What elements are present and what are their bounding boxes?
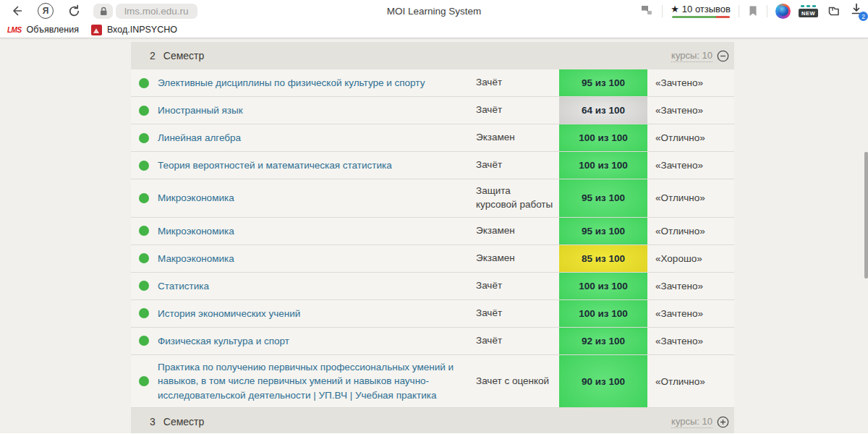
status-dot-cell (131, 328, 158, 354)
bookmark-icon (747, 5, 759, 17)
score-cell: 95 из 100 (559, 69, 647, 96)
protect-panel-button[interactable] (639, 4, 654, 17)
control-type: Зачёт (476, 76, 502, 90)
course-name-cell: Практика по получению первичных професси… (158, 355, 476, 408)
control-type: Экзамен (476, 224, 515, 238)
control-type-cell: Экзамен (476, 245, 559, 272)
bookmarks-bar: LMS Объявления Вход.INPSYCHO (0, 22, 868, 38)
course-name-cell: Линейная алгебра (158, 124, 476, 151)
status-dot-cell (131, 300, 158, 327)
control-type: Зачёт (476, 279, 502, 293)
control-type: Экзамен (476, 131, 515, 145)
collapse-minus-icon[interactable] (717, 50, 729, 62)
grade-value: «Отлично» (655, 226, 705, 237)
tab-groups-button[interactable] (826, 4, 841, 18)
refresh-button[interactable] (65, 4, 82, 18)
table-row: Элективные дисциплины по физической куль… (131, 69, 734, 97)
course-link[interactable]: История экономических учений (158, 307, 300, 321)
grade-cell: «Зачтено» (647, 300, 734, 327)
completed-dot-icon (139, 193, 149, 203)
course-link[interactable]: Иностранный язык (158, 103, 243, 118)
refresh-icon (67, 4, 81, 18)
site-reviews-button[interactable]: ★ 10 отзывов (671, 4, 731, 18)
control-type: Защита курсовой работы (476, 184, 553, 212)
course-link[interactable]: Микроэкономика (158, 224, 234, 239)
score-cell: 95 из 100 (559, 218, 647, 244)
semester-2-header: 2 Семестр курсы: 10 (131, 42, 734, 69)
browser-extension-button[interactable] (775, 4, 791, 19)
course-link[interactable]: Теория вероятностей и математическая ста… (158, 158, 392, 173)
grade-value: «Зачтено» (655, 77, 703, 88)
page-content: 2 Семестр курсы: 10 Элективные дисциплин… (0, 38, 868, 433)
status-dot-cell (131, 179, 158, 217)
downloads-button[interactable]: 2 (849, 2, 865, 20)
score-value: 95 из 100 (582, 192, 625, 203)
scrollbar-thumb[interactable] (864, 152, 868, 278)
grade-cell: «Зачтено» (647, 152, 734, 179)
completed-dot-icon (139, 336, 149, 346)
courses-count-link[interactable]: курсы: 10 (671, 50, 712, 62)
course-link[interactable]: Практика по получению первичных професси… (158, 360, 466, 403)
back-button[interactable] (7, 4, 25, 18)
bookmark-button[interactable] (747, 5, 759, 17)
table-row: История экономических учений Зачёт 100 и… (131, 300, 734, 328)
toolbar-divider (662, 5, 663, 17)
course-name-cell: Макроэкономика (158, 245, 476, 272)
completed-dot-icon (139, 281, 149, 291)
inpsycho-favicon (91, 25, 102, 35)
score-value: 95 из 100 (582, 226, 625, 237)
site-security-badge[interactable] (93, 4, 113, 19)
address-bar[interactable]: lms.moi.edu.ru (116, 4, 197, 19)
table-row: Физическая культура и спорт Зачёт 92 из … (131, 328, 734, 355)
grade-cell: «Отлично» (647, 179, 734, 217)
course-name-cell: Микроэкономика (158, 179, 476, 217)
course-name-cell: Физическая культура и спорт (158, 328, 476, 354)
completed-dot-icon (139, 106, 149, 116)
control-type-cell: Зачёт (476, 300, 559, 327)
course-name-cell: Статистика (158, 273, 476, 299)
score-value: 92 из 100 (582, 336, 625, 346)
course-link[interactable]: Физическая культура и спорт (158, 334, 289, 349)
control-type: Зачёт (476, 103, 502, 117)
grade-cell: «Зачтено» (647, 273, 734, 299)
status-dot-cell (131, 97, 158, 124)
grade-value: «Зачтено» (655, 336, 703, 346)
status-dot-cell (131, 218, 158, 244)
status-dot-cell (131, 245, 158, 272)
table-row: Макроэкономика Экзамен 85 из 100 «Хорошо… (131, 245, 734, 273)
course-name-cell: История экономических учений (158, 300, 476, 327)
back-arrow-icon (9, 4, 23, 18)
rating-bar (672, 16, 730, 18)
star-icon: ★ (671, 4, 679, 14)
course-link[interactable]: Макроэкономика (158, 252, 234, 266)
course-link[interactable]: Элективные дисциплины по физической куль… (158, 76, 425, 90)
control-type: Зачет с оценкой (476, 375, 549, 388)
control-type: Экзамен (476, 252, 515, 265)
completed-dot-icon (139, 133, 149, 143)
expand-plus-icon[interactable] (717, 416, 729, 428)
course-link[interactable]: Микроэкономика (158, 191, 234, 205)
score-cell: 85 из 100 (559, 245, 647, 272)
courses-count-link[interactable]: курсы: 10 (671, 416, 712, 428)
whats-new-button[interactable]: NEW (799, 5, 818, 17)
status-dot-cell (131, 124, 158, 151)
control-type-cell: Экзамен (476, 218, 559, 244)
course-link[interactable]: Статистика (158, 279, 209, 294)
control-type-cell: Зачёт (476, 273, 559, 299)
completed-dot-icon (139, 78, 149, 88)
control-type-cell: Экзамен (476, 124, 559, 151)
bookmark-inpsycho[interactable]: Вход.INPSYCHO (79, 25, 177, 35)
score-value: 64 из 100 (582, 105, 625, 116)
bookmark-announcements[interactable]: LMS Объявления (0, 25, 79, 35)
grade-value: «Отлично» (655, 376, 705, 387)
semester-3-header: 3 Семестр курсы: 10 (131, 408, 734, 433)
confetti-icon (801, 5, 816, 7)
course-link[interactable]: Линейная алгебра (158, 131, 241, 145)
score-value: 100 из 100 (579, 308, 628, 319)
table-row: Практика по получению первичных професси… (131, 355, 734, 409)
grade-value: «Зачтено» (655, 281, 703, 292)
status-dot-cell (131, 152, 158, 179)
grade-value: «Зачтено» (655, 105, 703, 116)
yandex-browser-button[interactable]: Я (38, 3, 54, 19)
control-type: Зачёт (476, 307, 502, 320)
